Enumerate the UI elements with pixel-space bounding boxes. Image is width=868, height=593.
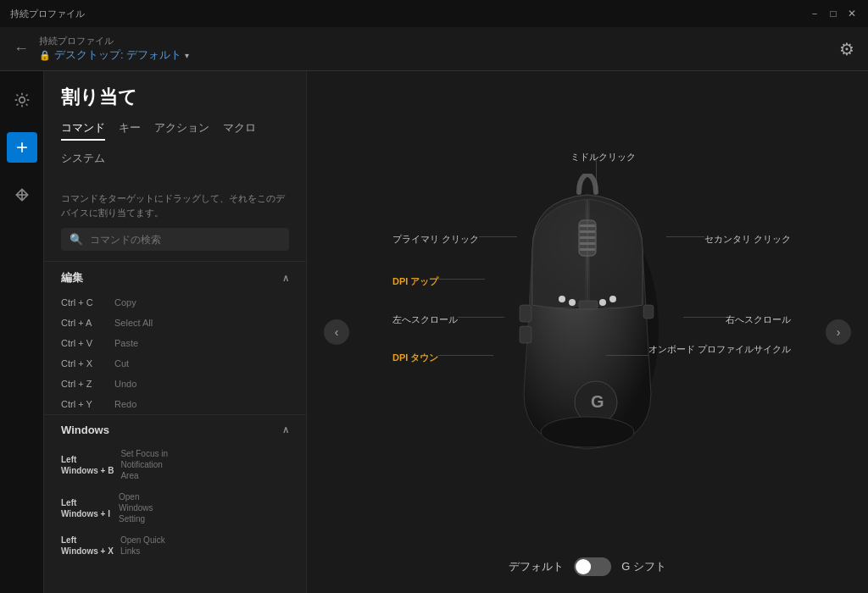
svg-point-27 (559, 296, 565, 302)
svg-line-5 (16, 95, 18, 97)
sidebar-title: 割り当て (61, 85, 289, 110)
cmd-select-all[interactable]: Ctrl + A Select All (44, 313, 306, 333)
gshift-label: G シフト (621, 559, 666, 574)
edit-group-label: 編集 (61, 270, 83, 285)
titlebar-title: 持続プロファイル (10, 8, 85, 20)
next-arrow[interactable]: › (826, 319, 851, 345)
svg-point-31 (541, 417, 634, 447)
prev-arrow[interactable]: ‹ (324, 319, 349, 345)
cmd-copy[interactable]: Ctrl + C Copy (44, 292, 306, 313)
secondary-click-label: セカンタリ クリック (704, 230, 791, 246)
tab-macro[interactable]: マクロ (223, 120, 256, 141)
main-content: ‹ › (307, 71, 868, 593)
back-button[interactable]: ← (14, 40, 29, 58)
mouse-diagram: G ミドルクリック プライマリ クリック (376, 133, 799, 531)
chevron-down-icon: ▾ (185, 51, 189, 60)
header-title-block: 持続プロファイル 🔒 デスクトップ: デフォルト ▾ (39, 35, 189, 63)
svg-point-28 (569, 299, 576, 306)
cmd-redo[interactable]: Ctrl + Y Redo (44, 394, 306, 414)
brightness-icon-item[interactable] (7, 85, 37, 115)
dpi-down-label: DPI タウン (392, 349, 438, 364)
profile-name: デスクトップ: デフォルト (54, 47, 181, 63)
cmd-win-b[interactable]: LeftWindows + B Set Focus inNotification… (44, 443, 306, 486)
default-label: デフォルト (509, 559, 564, 574)
svg-text:G: G (591, 392, 604, 411)
cmd-win-x[interactable]: LeftWindows + X Open QuickLinks (44, 529, 306, 562)
windows-group-header[interactable]: Windows ∧ (44, 414, 306, 443)
dpi-up-label: DPI アップ (392, 273, 438, 288)
header-subtitle[interactable]: 🔒 デスクトップ: デフォルト ▾ (39, 47, 189, 63)
mouse-image: G (494, 174, 681, 462)
svg-point-29 (599, 299, 606, 306)
close-button[interactable]: ✕ (846, 8, 858, 19)
titlebar: 持続プロファイル － □ ✕ (0, 0, 868, 27)
svg-line-8 (25, 95, 27, 97)
svg-rect-22 (520, 326, 531, 343)
svg-point-0 (19, 97, 25, 103)
move-icon-item[interactable] (7, 180, 37, 210)
cmd-win-i[interactable]: LeftWindows + I OpenWindowsSetting (44, 486, 306, 529)
windows-group-chevron: ∧ (282, 424, 289, 435)
cmd-paste[interactable]: Ctrl + V Paste (44, 333, 306, 353)
svg-line-6 (25, 104, 27, 106)
svg-rect-26 (579, 301, 598, 309)
search-box[interactable]: 🔍 (61, 228, 289, 251)
sidebar-tabs-2: システム (61, 147, 289, 171)
windows-group: Windows ∧ LeftWindows + B Set Focus inNo… (44, 414, 306, 562)
search-input[interactable] (90, 234, 281, 246)
header-left: ← 持続プロファイル 🔒 デスクトップ: デフォルト ▾ (14, 35, 189, 63)
header-title: 持続プロファイル (39, 35, 189, 47)
search-icon: 🔍 (70, 233, 83, 246)
lock-icon: 🔒 (39, 50, 51, 61)
header: ← 持続プロファイル 🔒 デスクトップ: デフォルト ▾ ⚙ (0, 27, 868, 71)
settings-button[interactable]: ⚙ (839, 39, 854, 59)
titlebar-controls: － □ ✕ (809, 8, 858, 19)
gshift-toggle[interactable] (574, 557, 611, 576)
tab-command[interactable]: コマンド (61, 120, 105, 141)
svg-point-30 (609, 296, 616, 302)
tab-key[interactable]: キー (119, 120, 141, 141)
edit-group-header[interactable]: 編集 ∧ (44, 261, 306, 292)
scroll-right-label: 右へスクロール (726, 311, 791, 326)
sidebar-tabs: コマンド キー アクション マクロ (61, 120, 289, 141)
svg-line-7 (16, 104, 18, 106)
sidebar-description: コマンドをターゲットにドラッグして、それをこのデバイスに割り当てます。 (44, 185, 306, 228)
maximize-button[interactable]: □ (827, 8, 839, 19)
windows-group-label: Windows (61, 424, 109, 436)
tab-action[interactable]: アクション (154, 120, 209, 141)
sidebar-header: 割り当て コマンド キー アクション マクロ システム (44, 71, 306, 185)
tab-system[interactable]: システム (61, 151, 105, 171)
edit-group-chevron: ∧ (282, 273, 289, 284)
icon-bar (0, 71, 44, 593)
profile-cycle-label: オンボード プロファイルサイクル (648, 343, 791, 356)
svg-rect-23 (643, 305, 654, 319)
cmd-cut[interactable]: Ctrl + X Cut (44, 353, 306, 374)
minimize-button[interactable]: － (809, 8, 821, 19)
primary-click-label: プライマリ クリック (392, 230, 479, 246)
cmd-undo[interactable]: Ctrl + Z Undo (44, 374, 306, 394)
toggle-thumb (576, 559, 591, 574)
assign-icon-item[interactable] (7, 132, 37, 163)
middle-click-label: ミドルクリック (570, 148, 636, 163)
scroll-left-label: 左へスクロール (392, 311, 458, 326)
svg-rect-21 (520, 305, 531, 322)
bottom-controls: デフォルト G シフト (509, 557, 666, 576)
main-layout: 割り当て コマンド キー アクション マクロ システム コマンドをターゲットにド… (0, 71, 868, 593)
edit-group: 編集 ∧ Ctrl + C Copy Ctrl + A Select All C… (44, 261, 306, 414)
sidebar: 割り当て コマンド キー アクション マクロ システム コマンドをターゲットにド… (44, 71, 307, 593)
